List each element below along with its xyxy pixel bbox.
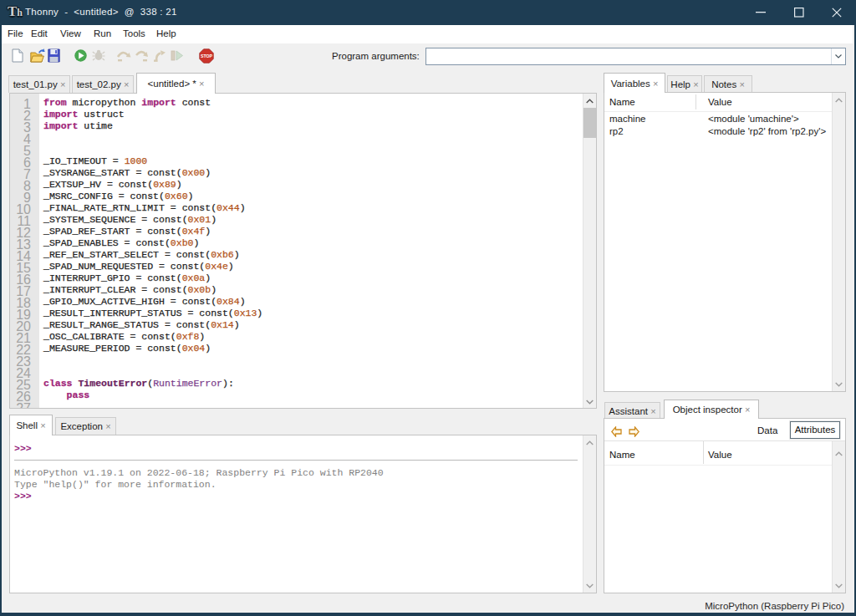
- svg-text:STOP: STOP: [201, 53, 213, 59]
